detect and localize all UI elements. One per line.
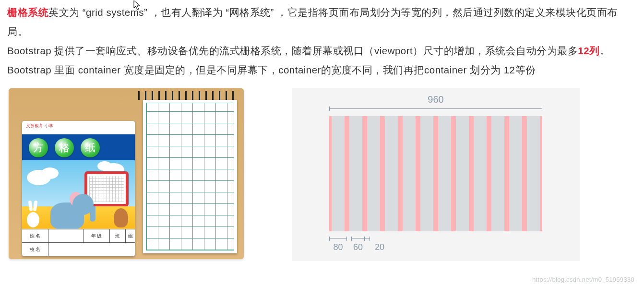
- column: [491, 116, 505, 231]
- gutter: [451, 116, 455, 231]
- column: [474, 116, 487, 231]
- para2-c: 。: [600, 45, 610, 56]
- form-label: 姓 名: [22, 229, 48, 242]
- cover-title: 方 格 纸: [22, 134, 135, 161]
- cloud-icon: [97, 161, 112, 171]
- title-char-1: 方: [29, 138, 48, 157]
- figures-row: 义务教育 小学 方 格 纸: [7, 88, 637, 261]
- form-label: 年 级: [83, 229, 110, 242]
- cloud-icon: [41, 167, 59, 179]
- column: [349, 116, 363, 231]
- gutter: [469, 116, 473, 231]
- title-char-2: 格: [55, 138, 74, 157]
- column: [420, 116, 434, 231]
- document-page: 栅格系统英文为 “grid systems” ，也有人翻译为 “网格系统” ，它…: [0, 0, 644, 286]
- gutter: [416, 116, 420, 231]
- dimension-total: 960: [292, 94, 580, 105]
- column: [438, 116, 452, 231]
- elephant-icon: [48, 187, 91, 229]
- column: [403, 116, 416, 231]
- columns-strip: [329, 116, 542, 231]
- notebook-cover: 义务教育 小学 方 格 纸: [22, 121, 135, 256]
- watermark: https://blog.csdn.net/m0_51969330: [532, 276, 634, 283]
- gutter: [398, 116, 402, 231]
- form-label: 班: [110, 229, 126, 242]
- dimension-80: 80: [333, 242, 343, 252]
- dimension-60: 60: [353, 242, 363, 252]
- bunny-icon: [25, 203, 41, 227]
- dimension-20: 20: [375, 242, 384, 252]
- column: [367, 116, 381, 231]
- column: [527, 116, 540, 231]
- paragraph-2: Bootstrap 提供了一套响应式、移动设备优先的流式栅格系统，随着屏幕或视口…: [7, 41, 637, 60]
- dimension-gutter: 20: [365, 238, 370, 252]
- dimension-line-top: [329, 108, 542, 109]
- dimension-unit: 80: [329, 238, 347, 252]
- form-row: 校 名: [22, 243, 135, 256]
- column: [385, 116, 398, 231]
- form-label: 校 名: [22, 243, 48, 256]
- spiral-binder-icon: [138, 91, 239, 100]
- column: [332, 116, 345, 231]
- form-label: 组: [126, 229, 135, 242]
- squirrel-icon: [114, 208, 128, 227]
- gutter: [504, 116, 509, 231]
- gutter: [380, 116, 384, 231]
- notebook-photo: 义务教育 小学 方 格 纸: [9, 88, 244, 259]
- dimension-bottom: 80 60 20: [329, 238, 370, 257]
- gutter: [362, 116, 367, 231]
- form-row: 姓 名 年 级 班 组: [22, 229, 135, 243]
- form-blank: [48, 229, 83, 242]
- paragraph-3: Bootstrap 里面 container 宽度是固定的，但是不同屏幕下，co…: [7, 60, 637, 80]
- title-char-3: 纸: [81, 138, 100, 157]
- paragraph-1: 栅格系统英文为 “grid systems” ，也有人翻译为 “网格系统” ，它…: [7, 3, 637, 41]
- gutter: [522, 116, 526, 231]
- gutter-half: [540, 116, 542, 231]
- para2-12cols: 12列: [578, 45, 599, 56]
- column: [509, 116, 523, 231]
- para1-body: 英文为 “grid systems” ，也有人翻译为 “网格系统” ，它是指将页…: [7, 7, 618, 37]
- gutter: [345, 116, 349, 231]
- grid-paper-pad: [143, 100, 237, 253]
- cover-form: 姓 名 年 级 班 组 校 名: [22, 229, 135, 256]
- column: [456, 116, 469, 231]
- gutter: [487, 116, 491, 231]
- grid-960-diagram: 960 80: [292, 88, 580, 261]
- cover-top-label: 义务教育 小学: [22, 121, 135, 134]
- gutter: [433, 116, 438, 231]
- form-blank: [48, 243, 135, 256]
- dimension-col: 60: [351, 238, 365, 252]
- para2-a: Bootstrap 提供了一套响应式、移动设备优先的流式栅格系统，随着屏幕或视口…: [7, 45, 578, 56]
- term-grid-system: 栅格系统: [7, 7, 48, 18]
- mouse-cursor-icon: [133, 0, 141, 11]
